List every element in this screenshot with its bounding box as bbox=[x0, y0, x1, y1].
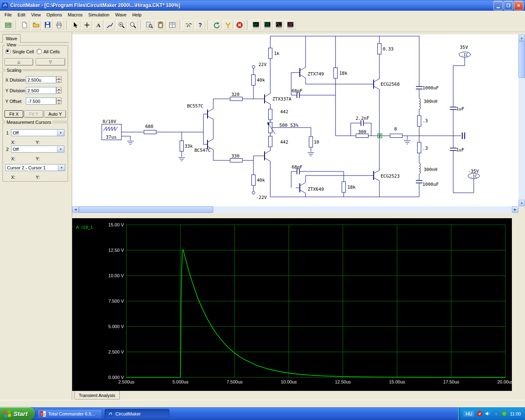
toolbar-separator bbox=[16, 20, 17, 30]
spin-up-button[interactable]: ▲ bbox=[56, 76, 62, 80]
svg-text:ZTX337A: ZTX337A bbox=[272, 96, 292, 102]
toolbar-button-split[interactable] bbox=[167, 20, 178, 30]
toolbar-button-help[interactable]: ? bbox=[194, 20, 205, 30]
network-icon[interactable] bbox=[493, 411, 499, 416]
mixed-display-icon bbox=[275, 21, 283, 29]
toolbar-button-new[interactable] bbox=[19, 20, 30, 30]
toolbar-button-mixed-display[interactable] bbox=[273, 20, 284, 30]
svg-text:BC557C: BC557C bbox=[187, 103, 203, 109]
spin-down-button[interactable]: ▼ bbox=[56, 101, 62, 104]
toolbar-button-board[interactable] bbox=[2, 20, 14, 30]
y-division-input[interactable]: 2.500 bbox=[26, 87, 56, 94]
open-folder-icon bbox=[32, 21, 40, 29]
toolbar-button-wire[interactable] bbox=[104, 20, 115, 30]
svg-text:0/10V: 0/10V bbox=[103, 119, 116, 124]
cursor1-select[interactable]: Off▼ bbox=[11, 129, 64, 136]
svg-text:ZTX749: ZTX749 bbox=[308, 71, 324, 77]
vertical-scroll-thumb[interactable] bbox=[518, 41, 525, 78]
spin-down-button[interactable]: ▼ bbox=[56, 80, 62, 83]
toolbar-button-probe[interactable] bbox=[222, 20, 233, 30]
waveform-display[interactable]: 2.500us5.000us7.500us10.00us12.50us15.00… bbox=[72, 218, 512, 391]
menu-help[interactable]: Help bbox=[129, 11, 144, 18]
svg-text:C: C bbox=[43, 412, 46, 416]
schematic-horizontal-scrollbar[interactable]: ◀ ▶ bbox=[72, 206, 518, 213]
menu-view[interactable]: View bbox=[28, 11, 44, 18]
scroll-up-button[interactable]: ▲ bbox=[518, 34, 525, 41]
y-offset-input[interactable]: -7.500 bbox=[26, 98, 56, 105]
plus-icon bbox=[83, 21, 91, 29]
toolbar-button-open[interactable] bbox=[30, 20, 41, 30]
start-button[interactable]: Start bbox=[0, 407, 35, 420]
volume-icon[interactable] bbox=[485, 411, 491, 416]
cursor-diff-select[interactable]: Cursor 2 - Cursor 1▼ bbox=[5, 164, 65, 171]
horizontal-scroll-thumb[interactable] bbox=[79, 206, 213, 213]
menu-bar: File Edit View Options Macros Simulation… bbox=[0, 11, 525, 18]
toolbar-button-run-analysis[interactable] bbox=[183, 20, 194, 30]
svg-text:T: T bbox=[41, 412, 43, 416]
toolbar-button-print[interactable] bbox=[53, 20, 64, 30]
toolbar-button-find-part[interactable] bbox=[144, 20, 155, 30]
menu-simulation[interactable]: Simulation bbox=[85, 11, 112, 18]
menu-wave[interactable]: Wave bbox=[112, 11, 130, 18]
restore-button[interactable]: ❐ bbox=[504, 1, 513, 10]
svg-text:300: 300 bbox=[358, 129, 366, 135]
scroll-right-button[interactable]: ▶ bbox=[512, 206, 518, 213]
toolbar-button-paste[interactable] bbox=[155, 20, 166, 30]
view-group-title: View bbox=[5, 42, 18, 47]
task-total-commander[interactable]: TC Total Commander 6.5... bbox=[37, 409, 102, 419]
toolbar-button-logic-display[interactable] bbox=[285, 20, 296, 30]
toolbar-button-zoom[interactable] bbox=[127, 20, 138, 30]
schematic-canvas[interactable]: 0/10V37us68033kBC557CBC547C32033022V40k4… bbox=[72, 34, 518, 206]
radio-single-cell[interactable]: Single Cell bbox=[5, 49, 34, 54]
chevron-down-icon: ▼ bbox=[57, 146, 64, 152]
security-alert-icon[interactable] bbox=[477, 411, 482, 416]
spin-up-button[interactable]: ▲ bbox=[56, 98, 62, 101]
menu-file[interactable]: File bbox=[2, 11, 15, 18]
toolbar-button-select[interactable] bbox=[70, 20, 81, 30]
svg-text:12.50 V: 12.50 V bbox=[108, 248, 124, 253]
menu-macros[interactable]: Macros bbox=[65, 11, 85, 18]
toolbar-button-save[interactable] bbox=[42, 20, 53, 30]
tab-wave[interactable]: Wave bbox=[2, 34, 21, 43]
toolbar-button-text[interactable]: A bbox=[93, 20, 104, 30]
cursor2-select[interactable]: Off▼ bbox=[11, 146, 64, 153]
toolbar-button-add-part[interactable] bbox=[81, 20, 92, 30]
cursor-diff-value: Cursor 2 - Cursor 1 bbox=[6, 165, 58, 170]
messenger-icon[interactable] bbox=[502, 411, 507, 416]
tab-transient-analysis[interactable]: Transient Analysis bbox=[74, 391, 120, 399]
toolbar: A ? bbox=[0, 18, 525, 32]
spin-up-button[interactable]: ▲ bbox=[56, 87, 62, 90]
svg-text:1000uF: 1000uF bbox=[422, 85, 439, 91]
y-division-spinner: ▲▼ bbox=[56, 87, 62, 94]
scroll-down-button[interactable]: ▼ bbox=[518, 200, 525, 206]
schematic-vertical-scrollbar[interactable]: ▲ ▼ bbox=[518, 34, 525, 206]
minimize-button[interactable]: ▁ bbox=[493, 1, 503, 10]
windows-flag-icon bbox=[3, 410, 11, 418]
probe-icon bbox=[224, 21, 232, 29]
x-division-input[interactable]: 2.500u bbox=[26, 76, 56, 83]
menu-options[interactable]: Options bbox=[43, 11, 65, 18]
svg-text:18k: 18k bbox=[339, 71, 347, 76]
toolbar-button-digital-display[interactable] bbox=[262, 20, 273, 30]
next-wave-button[interactable]: ▽ bbox=[36, 58, 65, 66]
chevron-down-icon: ▼ bbox=[58, 164, 65, 171]
toolbar-button-stop[interactable] bbox=[234, 20, 245, 30]
fit-x-button[interactable]: Fit X bbox=[5, 110, 23, 118]
radio-all-cells[interactable]: All Cells bbox=[37, 49, 60, 54]
auto-y-button[interactable]: Auto Y bbox=[44, 110, 66, 118]
toolbar-button-analog-display[interactable] bbox=[250, 20, 261, 30]
language-indicator[interactable]: HU bbox=[463, 411, 474, 417]
select-arrow-icon bbox=[72, 21, 79, 29]
close-button[interactable]: ✕ bbox=[514, 1, 523, 10]
scroll-left-button[interactable]: ◀ bbox=[72, 206, 79, 213]
prev-wave-button[interactable]: △ bbox=[5, 58, 33, 66]
scaling-group: Scaling X Division 2.500u ▲▼ Y Division … bbox=[2, 71, 68, 121]
toolbar-button-reset[interactable] bbox=[211, 20, 222, 30]
menu-edit[interactable]: Edit bbox=[15, 11, 28, 18]
zoom-icon bbox=[129, 21, 137, 29]
toolbar-button-zoom-in[interactable] bbox=[116, 20, 127, 30]
spin-down-button[interactable]: ▼ bbox=[56, 90, 62, 94]
fit-y-button[interactable]: Fit Y bbox=[24, 110, 43, 118]
svg-text:.3: .3 bbox=[422, 118, 428, 123]
task-circuitmaker[interactable]: CircuitMaker bbox=[105, 409, 169, 419]
